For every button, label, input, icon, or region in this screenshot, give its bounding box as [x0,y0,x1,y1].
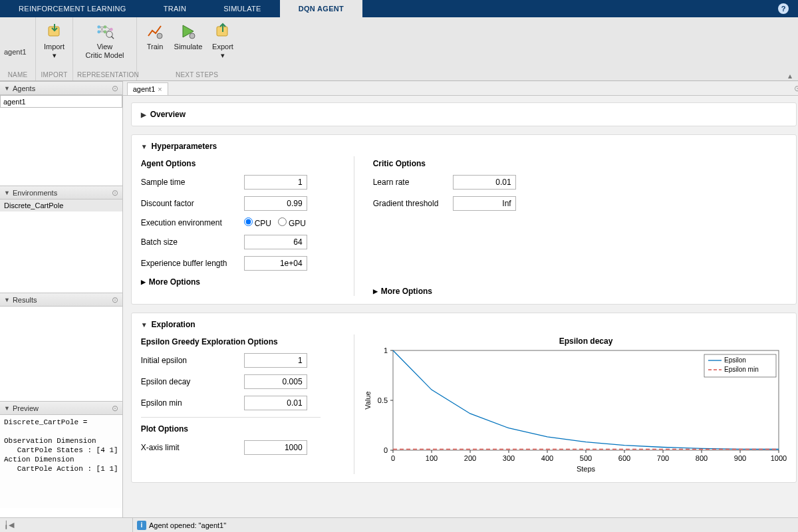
svg-text:300: 300 [502,454,514,462]
batch-size-label: Batch size [141,237,244,247]
svg-text:700: 700 [656,454,668,462]
svg-text:Epsilon: Epsilon [724,356,746,364]
epsilon-decay-input[interactable] [244,374,307,389]
collapse-ribbon-icon[interactable]: ▴ [786,72,794,79]
agent-more-options-toggle[interactable]: ▶ More Options [141,277,340,287]
agent-name-input[interactable] [0,95,122,108]
import-icon [45,22,64,41]
tab-dqn-agent[interactable]: DQN AGENT [280,0,362,17]
svg-text:800: 800 [695,454,707,462]
exec-env-gpu-radio[interactable]: GPU [278,217,306,228]
svg-point-8 [157,33,162,39]
buffer-length-label: Experience buffer length [141,259,244,268]
view-critic-model-button[interactable]: ViewCritic Model [77,20,132,60]
svg-point-10 [190,33,195,39]
panel-head-agents[interactable]: ▼ Agents ⊙ [0,81,122,95]
status-message: Agent opened: "agent1" [149,521,226,529]
exec-env-cpu-radio[interactable]: CPU [244,217,271,228]
x-axis-limit-label: X-axis limit [141,443,244,452]
section-exploration-toggle[interactable]: ▼ Exploration [141,320,787,329]
train-button[interactable]: Train [141,20,169,51]
critic-more-options-toggle[interactable]: ▶ More Options [373,287,553,296]
close-icon[interactable]: × [158,85,162,93]
panel-head-environments[interactable]: ▼ Environments ⊙ [0,186,122,200]
discount-factor-input[interactable] [244,196,307,211]
section-hyperparameters-toggle[interactable]: ▼ Hyperparameters [141,142,787,151]
import-button[interactable]: Import▾ [40,20,68,60]
svg-point-5 [110,28,113,31]
gear-icon[interactable]: ⊙ [794,84,798,95]
buffer-length-input[interactable] [244,256,307,271]
document-tabs: agent1 × ⊙ [123,81,798,96]
env-item-discrete-cartpole[interactable]: Discrete_CartPole [0,200,122,211]
svg-text:Steps: Steps [577,465,596,473]
svg-text:1000: 1000 [770,454,786,462]
exec-env-label: Execution environment [141,218,244,227]
chevron-down-icon: ▼ [4,297,10,303]
tab-train[interactable]: TRAIN [145,0,205,17]
panel-head-results[interactable]: ▼ Results ⊙ [0,293,122,307]
chevron-down-icon: ▼ [4,405,10,412]
status-bar: ╽◀ i Agent opened: "agent1" [0,517,798,532]
gear-icon[interactable]: ⊙ [112,404,118,413]
sample-time-input[interactable] [244,175,307,190]
svg-text:400: 400 [541,454,553,462]
gradient-threshold-input[interactable] [453,196,516,211]
group-label-import: IMPORT [40,70,68,80]
svg-text:Epsilon min: Epsilon min [724,366,759,373]
status-left-handle[interactable]: ╽◀ [0,518,133,532]
svg-text:0: 0 [384,446,388,454]
gear-icon[interactable]: ⊙ [112,188,118,198]
svg-point-1 [97,25,100,29]
svg-point-4 [103,31,106,34]
svg-text:600: 600 [618,454,630,462]
epsilon-min-input[interactable] [244,396,307,410]
plot-options-heading: Plot Options [141,424,334,434]
svg-line-7 [111,36,114,39]
tab-simulate[interactable]: SIMULATE [205,0,280,17]
chevron-down-icon: ▼ [141,321,148,329]
discount-factor-label: Discount factor [141,199,244,208]
tab-reinforcement-learning[interactable]: REINFORCEMENT LEARNING [0,0,145,17]
svg-text:1: 1 [384,346,388,354]
initial-epsilon-label: Initial epsilon [141,356,244,365]
critic-options-heading: Critic Options [373,159,553,168]
chevron-down-icon: ▼ [4,190,10,196]
chevron-down-icon: ▼ [4,85,10,92]
doc-tab-agent1[interactable]: agent1 × [127,82,168,95]
initial-epsilon-input[interactable] [244,353,307,368]
info-icon: i [137,521,146,530]
agents-list [0,95,122,186]
help-button[interactable]: ? [769,0,798,17]
toolstrip: agent1 NAME Import▾ IMPORT [0,17,798,81]
results-list [0,307,122,401]
learn-rate-input[interactable] [453,175,516,190]
svg-text:0.5: 0.5 [377,396,387,404]
sidebar: ▼ Agents ⊙ ▼ Environments ⊙ Discrete_Car… [0,81,123,517]
epsilon-min-label: Epsilon min [141,398,244,408]
group-label-name: NAME [4,70,31,80]
gear-icon[interactable]: ⊙ [112,84,118,93]
svg-text:500: 500 [579,454,591,462]
group-label-representation: REPRESENTATION [77,70,132,80]
x-axis-limit-input[interactable] [244,440,307,455]
svg-text:100: 100 [425,454,437,462]
preview-text: Discrete_CartPole = Observation Dimensio… [0,415,122,508]
simulate-button[interactable]: Simulate [172,20,205,51]
export-button[interactable]: Export▾ [207,20,238,60]
train-icon [146,22,164,41]
section-overview-toggle[interactable]: ▶ Overview [141,110,787,119]
document-area: agent1 × ⊙ ▶ Overview ▼ Hyperparameters [123,81,798,517]
export-icon [213,22,232,41]
panel-head-preview[interactable]: ▼ Preview ⊙ [0,401,122,415]
gradient-threshold-label: Gradient threshold [373,199,453,208]
epsilon-decay-chart: Epsilon decay00.510100200300400500600700… [354,334,787,474]
ribbon-tabs: REINFORCEMENT LEARNING TRAIN SIMULATE DQ… [0,0,798,17]
gear-icon[interactable]: ⊙ [112,295,118,305]
network-icon [96,22,114,41]
batch-size-input[interactable] [244,235,307,249]
svg-point-2 [97,31,100,34]
epsilon-decay-label: Epsilon decay [141,377,244,386]
svg-point-3 [103,25,106,29]
svg-text:Value: Value [364,391,372,409]
